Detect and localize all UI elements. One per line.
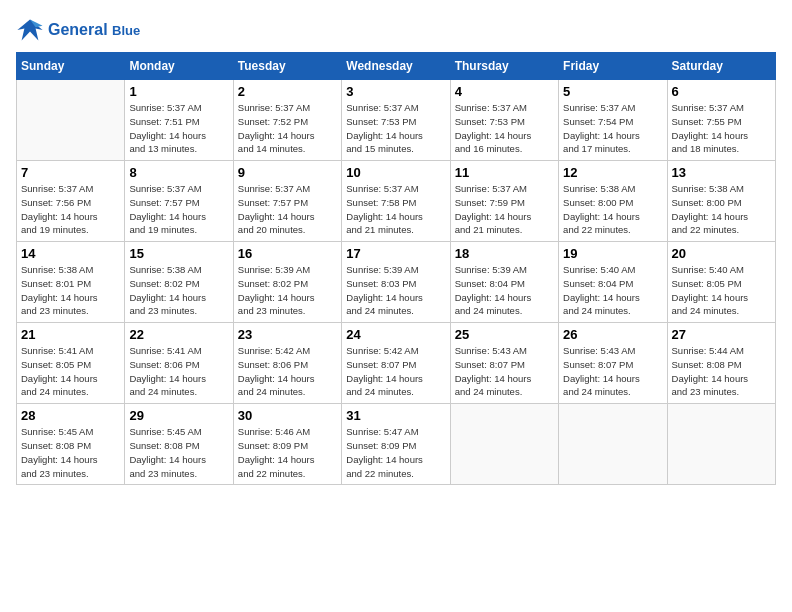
day-number: 26 [563, 327, 662, 342]
day-number: 19 [563, 246, 662, 261]
day-info: Sunrise: 5:39 AM Sunset: 8:02 PM Dayligh… [238, 263, 337, 318]
day-info: Sunrise: 5:37 AM Sunset: 7:57 PM Dayligh… [129, 182, 228, 237]
weekday-header-monday: Monday [125, 53, 233, 80]
day-info: Sunrise: 5:42 AM Sunset: 8:06 PM Dayligh… [238, 344, 337, 399]
calendar-cell: 5Sunrise: 5:37 AM Sunset: 7:54 PM Daylig… [559, 80, 667, 161]
day-number: 5 [563, 84, 662, 99]
calendar-cell: 3Sunrise: 5:37 AM Sunset: 7:53 PM Daylig… [342, 80, 450, 161]
weekday-header-tuesday: Tuesday [233, 53, 341, 80]
calendar-cell: 19Sunrise: 5:40 AM Sunset: 8:04 PM Dayli… [559, 242, 667, 323]
day-info: Sunrise: 5:37 AM Sunset: 7:53 PM Dayligh… [455, 101, 554, 156]
day-info: Sunrise: 5:44 AM Sunset: 8:08 PM Dayligh… [672, 344, 771, 399]
calendar-cell: 15Sunrise: 5:38 AM Sunset: 8:02 PM Dayli… [125, 242, 233, 323]
day-info: Sunrise: 5:37 AM Sunset: 7:56 PM Dayligh… [21, 182, 120, 237]
calendar-cell: 2Sunrise: 5:37 AM Sunset: 7:52 PM Daylig… [233, 80, 341, 161]
week-row-2: 7Sunrise: 5:37 AM Sunset: 7:56 PM Daylig… [17, 161, 776, 242]
calendar-cell [17, 80, 125, 161]
day-info: Sunrise: 5:38 AM Sunset: 8:00 PM Dayligh… [672, 182, 771, 237]
day-info: Sunrise: 5:41 AM Sunset: 8:05 PM Dayligh… [21, 344, 120, 399]
day-number: 13 [672, 165, 771, 180]
calendar-cell: 17Sunrise: 5:39 AM Sunset: 8:03 PM Dayli… [342, 242, 450, 323]
week-row-4: 21Sunrise: 5:41 AM Sunset: 8:05 PM Dayli… [17, 323, 776, 404]
day-info: Sunrise: 5:38 AM Sunset: 8:01 PM Dayligh… [21, 263, 120, 318]
calendar-cell: 6Sunrise: 5:37 AM Sunset: 7:55 PM Daylig… [667, 80, 775, 161]
weekday-header-row: SundayMondayTuesdayWednesdayThursdayFrid… [17, 53, 776, 80]
logo-icon [16, 16, 44, 44]
day-number: 20 [672, 246, 771, 261]
day-info: Sunrise: 5:38 AM Sunset: 8:02 PM Dayligh… [129, 263, 228, 318]
weekday-header-friday: Friday [559, 53, 667, 80]
calendar-cell: 31Sunrise: 5:47 AM Sunset: 8:09 PM Dayli… [342, 404, 450, 485]
day-info: Sunrise: 5:37 AM Sunset: 7:59 PM Dayligh… [455, 182, 554, 237]
day-number: 22 [129, 327, 228, 342]
calendar-cell: 28Sunrise: 5:45 AM Sunset: 8:08 PM Dayli… [17, 404, 125, 485]
day-info: Sunrise: 5:37 AM Sunset: 7:55 PM Dayligh… [672, 101, 771, 156]
weekday-header-saturday: Saturday [667, 53, 775, 80]
day-number: 31 [346, 408, 445, 423]
calendar-cell [450, 404, 558, 485]
weekday-header-wednesday: Wednesday [342, 53, 450, 80]
calendar-cell: 22Sunrise: 5:41 AM Sunset: 8:06 PM Dayli… [125, 323, 233, 404]
calendar-cell: 1Sunrise: 5:37 AM Sunset: 7:51 PM Daylig… [125, 80, 233, 161]
day-number: 28 [21, 408, 120, 423]
day-number: 27 [672, 327, 771, 342]
calendar-cell: 4Sunrise: 5:37 AM Sunset: 7:53 PM Daylig… [450, 80, 558, 161]
week-row-1: 1Sunrise: 5:37 AM Sunset: 7:51 PM Daylig… [17, 80, 776, 161]
calendar-cell: 8Sunrise: 5:37 AM Sunset: 7:57 PM Daylig… [125, 161, 233, 242]
logo-text: General Blue [48, 21, 140, 39]
calendar-cell: 12Sunrise: 5:38 AM Sunset: 8:00 PM Dayli… [559, 161, 667, 242]
day-info: Sunrise: 5:39 AM Sunset: 8:04 PM Dayligh… [455, 263, 554, 318]
calendar: SundayMondayTuesdayWednesdayThursdayFrid… [16, 52, 776, 485]
day-info: Sunrise: 5:40 AM Sunset: 8:04 PM Dayligh… [563, 263, 662, 318]
day-number: 7 [21, 165, 120, 180]
header: General Blue [16, 16, 776, 44]
calendar-cell [667, 404, 775, 485]
calendar-cell: 16Sunrise: 5:39 AM Sunset: 8:02 PM Dayli… [233, 242, 341, 323]
day-number: 25 [455, 327, 554, 342]
day-number: 10 [346, 165, 445, 180]
day-number: 14 [21, 246, 120, 261]
day-number: 23 [238, 327, 337, 342]
day-number: 9 [238, 165, 337, 180]
day-number: 3 [346, 84, 445, 99]
calendar-cell: 13Sunrise: 5:38 AM Sunset: 8:00 PM Dayli… [667, 161, 775, 242]
day-info: Sunrise: 5:37 AM Sunset: 7:57 PM Dayligh… [238, 182, 337, 237]
day-number: 30 [238, 408, 337, 423]
weekday-header-thursday: Thursday [450, 53, 558, 80]
day-number: 16 [238, 246, 337, 261]
day-info: Sunrise: 5:41 AM Sunset: 8:06 PM Dayligh… [129, 344, 228, 399]
day-info: Sunrise: 5:38 AM Sunset: 8:00 PM Dayligh… [563, 182, 662, 237]
day-info: Sunrise: 5:43 AM Sunset: 8:07 PM Dayligh… [455, 344, 554, 399]
day-number: 15 [129, 246, 228, 261]
logo: General Blue [16, 16, 140, 44]
day-info: Sunrise: 5:37 AM Sunset: 7:51 PM Dayligh… [129, 101, 228, 156]
day-number: 18 [455, 246, 554, 261]
calendar-cell: 21Sunrise: 5:41 AM Sunset: 8:05 PM Dayli… [17, 323, 125, 404]
day-info: Sunrise: 5:37 AM Sunset: 7:54 PM Dayligh… [563, 101, 662, 156]
day-number: 4 [455, 84, 554, 99]
day-info: Sunrise: 5:46 AM Sunset: 8:09 PM Dayligh… [238, 425, 337, 480]
calendar-cell: 25Sunrise: 5:43 AM Sunset: 8:07 PM Dayli… [450, 323, 558, 404]
day-info: Sunrise: 5:37 AM Sunset: 7:52 PM Dayligh… [238, 101, 337, 156]
day-number: 24 [346, 327, 445, 342]
calendar-cell: 9Sunrise: 5:37 AM Sunset: 7:57 PM Daylig… [233, 161, 341, 242]
day-number: 6 [672, 84, 771, 99]
calendar-cell: 23Sunrise: 5:42 AM Sunset: 8:06 PM Dayli… [233, 323, 341, 404]
calendar-cell: 24Sunrise: 5:42 AM Sunset: 8:07 PM Dayli… [342, 323, 450, 404]
day-number: 29 [129, 408, 228, 423]
calendar-cell: 10Sunrise: 5:37 AM Sunset: 7:58 PM Dayli… [342, 161, 450, 242]
calendar-cell: 26Sunrise: 5:43 AM Sunset: 8:07 PM Dayli… [559, 323, 667, 404]
calendar-cell: 18Sunrise: 5:39 AM Sunset: 8:04 PM Dayli… [450, 242, 558, 323]
day-number: 2 [238, 84, 337, 99]
calendar-cell: 30Sunrise: 5:46 AM Sunset: 8:09 PM Dayli… [233, 404, 341, 485]
day-info: Sunrise: 5:45 AM Sunset: 8:08 PM Dayligh… [129, 425, 228, 480]
svg-marker-0 [17, 20, 42, 41]
day-number: 1 [129, 84, 228, 99]
day-number: 11 [455, 165, 554, 180]
day-number: 12 [563, 165, 662, 180]
calendar-cell: 7Sunrise: 5:37 AM Sunset: 7:56 PM Daylig… [17, 161, 125, 242]
calendar-cell: 20Sunrise: 5:40 AM Sunset: 8:05 PM Dayli… [667, 242, 775, 323]
day-info: Sunrise: 5:40 AM Sunset: 8:05 PM Dayligh… [672, 263, 771, 318]
week-row-3: 14Sunrise: 5:38 AM Sunset: 8:01 PM Dayli… [17, 242, 776, 323]
calendar-cell: 11Sunrise: 5:37 AM Sunset: 7:59 PM Dayli… [450, 161, 558, 242]
